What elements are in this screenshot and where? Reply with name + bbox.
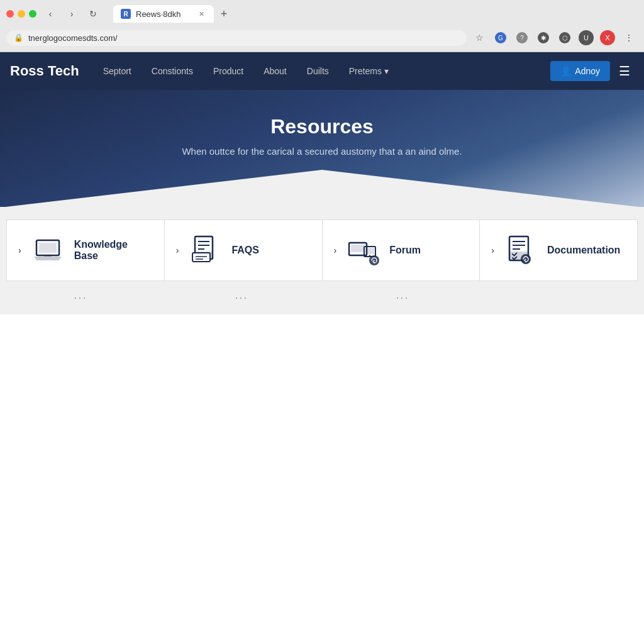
faqs-card[interactable]: › FAQS: [165, 219, 323, 281]
cards-row: › Knowledge Base ›: [0, 219, 644, 281]
tabs-bar: R Reews·8dkh ✕ +: [107, 5, 239, 23]
extension-icon-2[interactable]: ?: [513, 29, 531, 47]
extension-icon-4[interactable]: ⬡: [556, 29, 574, 47]
tab-close-button[interactable]: ✕: [196, 9, 206, 19]
reload-button[interactable]: ↻: [84, 5, 102, 23]
address-bar-row: 🔒 tnerglogocomesdts.com/ ☆ G ? ✱ ⬡ U X: [0, 26, 644, 52]
dots-3: ···: [322, 291, 483, 304]
document-icon: [187, 233, 223, 268]
browser-titlebar: ‹ › ↻ R Reews·8dkh ✕ +: [0, 0, 644, 26]
profile-avatar-2: X: [600, 30, 615, 45]
nav-link-product[interactable]: Product: [204, 61, 252, 81]
minimize-traffic-light[interactable]: [18, 10, 25, 18]
chevron-right-icon-4: ›: [491, 245, 494, 255]
site-navbar: Ross Tech Septort Constionts Product Abo…: [0, 52, 644, 90]
extension-icon-1[interactable]: G: [492, 29, 509, 47]
new-tab-button[interactable]: +: [215, 5, 233, 23]
svg-rect-14: [365, 248, 374, 254]
nav-links: Septort Constionts Product About Duilts …: [94, 61, 551, 81]
knowledge-base-card[interactable]: › Knowledge Base: [6, 219, 165, 281]
content-area: [0, 314, 644, 629]
close-traffic-light[interactable]: [6, 10, 14, 18]
nav-link-duilts[interactable]: Duilts: [298, 61, 338, 81]
maximize-traffic-light[interactable]: [29, 10, 36, 18]
svg-rect-12: [351, 245, 365, 252]
dots-1: ···: [0, 291, 161, 304]
documentation-label: Documentation: [547, 245, 620, 256]
cards-section: › Knowledge Base ›: [0, 207, 644, 314]
nav-link-constionts[interactable]: Constionts: [143, 61, 202, 81]
svg-rect-1: [39, 243, 57, 253]
chevron-right-icon: ›: [18, 245, 21, 255]
profile-button[interactable]: U: [577, 29, 595, 47]
star-button[interactable]: ☆: [470, 29, 488, 47]
dots-4: [483, 291, 644, 304]
browser-nav: ‹ › ↻: [42, 5, 102, 23]
chevron-right-icon-3: ›: [334, 245, 337, 255]
documentation-card[interactable]: › Documentation: [480, 219, 638, 281]
svg-rect-8: [192, 253, 210, 262]
address-bar[interactable]: 🔒 tnerglogocomesdts.com/: [6, 30, 467, 46]
knowledge-base-label: Knowledge Base: [74, 239, 153, 262]
forum-label: Forum: [389, 245, 421, 256]
browser-tab[interactable]: R Reews·8dkh ✕: [113, 5, 214, 23]
tab-title: Reews·8dkh: [136, 9, 181, 19]
nav-link-pretems[interactable]: Pretems ▾: [340, 61, 397, 81]
forward-button[interactable]: ›: [63, 5, 80, 23]
checklist-icon: [503, 233, 538, 268]
admin-button[interactable]: 👤 Adnoy: [550, 61, 610, 81]
extension-icon-3[interactable]: ✱: [535, 29, 552, 47]
more-menu-button[interactable]: ⋮: [620, 29, 638, 47]
nav-actions: 👤 Adnoy ☰: [550, 60, 634, 82]
nav-link-septort[interactable]: Septort: [94, 61, 140, 81]
browser-chrome: ‹ › ↻ R Reews·8dkh ✕ + 🔒 tnerglogocomesd…: [0, 0, 644, 52]
tab-favicon: R: [121, 9, 131, 19]
profile-button-2[interactable]: X: [599, 29, 616, 47]
devices-icon: [345, 233, 380, 268]
address-text: tnerglogocomesdts.com/: [28, 33, 459, 43]
traffic-lights: [6, 10, 36, 18]
chevron-down-icon: ▾: [384, 66, 389, 76]
chevron-right-icon-2: ›: [176, 245, 179, 255]
forum-card[interactable]: › Forum: [323, 219, 480, 281]
faqs-label: FAQS: [231, 245, 259, 256]
svg-rect-2: [44, 255, 52, 257]
svg-point-15: [369, 255, 371, 257]
hamburger-menu-button[interactable]: ☰: [615, 60, 634, 82]
lock-icon: 🔒: [14, 33, 23, 42]
laptop-icon: [30, 233, 65, 268]
hero-subtitle: When outtce for the carical a secured au…: [146, 146, 498, 157]
hero-section: Resources When outtce for the carical a …: [0, 90, 644, 207]
back-button[interactable]: ‹: [42, 5, 59, 23]
hero-title: Resources: [13, 115, 631, 138]
profile-avatar: U: [579, 30, 594, 45]
dots-row: ··· ··· ···: [0, 281, 644, 314]
site-logo[interactable]: Ross Tech: [10, 63, 79, 79]
nav-link-about[interactable]: About: [255, 61, 296, 81]
user-icon: 👤: [560, 66, 571, 76]
browser-toolbar-icons: ☆ G ? ✱ ⬡ U X ⋮: [470, 29, 638, 47]
dots-2: ···: [161, 291, 322, 304]
